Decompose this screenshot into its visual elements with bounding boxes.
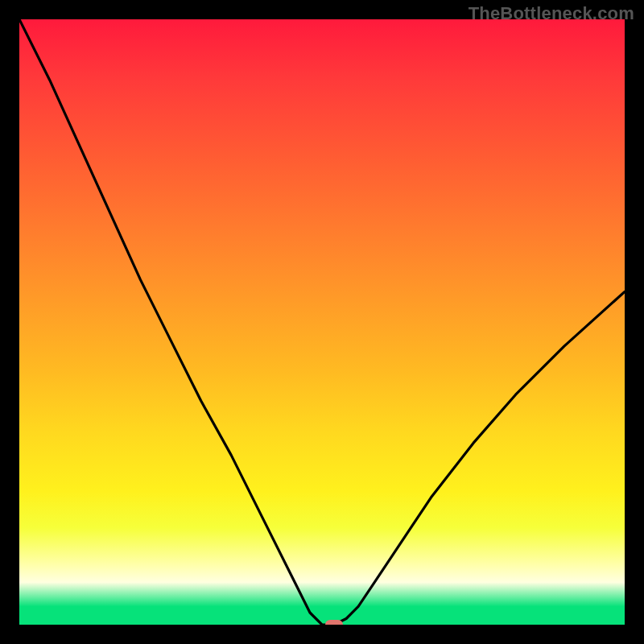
bottleneck-curve	[19, 19, 625, 625]
optimal-marker	[325, 620, 343, 625]
chart-stage: TheBottleneck.com	[0, 0, 644, 644]
plot-area	[19, 19, 625, 625]
watermark-text: TheBottleneck.com	[469, 3, 634, 24]
